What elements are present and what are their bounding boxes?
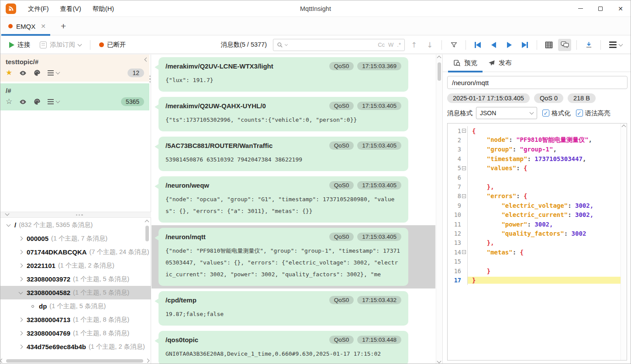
message-bubble[interactable]: /cpd/temp QoS0 17:15:03.432 19.87;false;…: [159, 291, 408, 326]
favorite-star-icon[interactable]: ★: [6, 69, 12, 76]
tree-vertical-scrollbar[interactable]: [144, 220, 150, 350]
code-line[interactable]: 2 "node": "PF9810智能电量测量仪",: [448, 135, 627, 144]
tree-row[interactable]: dp (1 个主题, 5 条消息): [0, 299, 151, 313]
subscription-menu-icon[interactable]: [48, 99, 59, 104]
code-line[interactable]: 3 "group": "group-1",: [448, 145, 627, 154]
format-select[interactable]: JSON: [476, 107, 537, 119]
tree-row[interactable]: 323080003972 (1 个主题, 5 条消息): [0, 272, 151, 286]
tree-expander-icon[interactable]: [17, 251, 24, 254]
code-line[interactable]: 7 },: [448, 182, 627, 191]
option-checkbox[interactable]: ✓ 语法高亮: [576, 109, 610, 117]
code-line[interactable]: 11 "power": 3002,: [448, 220, 627, 229]
code-line[interactable]: 13 },: [448, 238, 627, 247]
message-bubble[interactable]: /neuron/weqw QoS0 17:15:03.405 {"node": …: [159, 176, 408, 223]
subscription-menu-icon[interactable]: [48, 70, 59, 76]
subscription-item[interactable]: /# ☆ 5365: [0, 83, 149, 110]
tree-expander-icon[interactable]: [17, 264, 24, 267]
code-line[interactable]: 5 "values": {: [448, 164, 627, 173]
message-bubble[interactable]: /merakimv/Q2UV-LCNE-WTX3/light QoS0 17:1…: [159, 57, 408, 92]
connect-button[interactable]: 连接: [6, 39, 34, 51]
message-row[interactable]: /5AC73BC881/ROUTER/WanTraffic QoS0 17:15…: [152, 134, 435, 174]
vertical-splitter-handle[interactable]: [149, 76, 151, 82]
scrollbar-thumb[interactable]: [145, 226, 149, 241]
first-message-button[interactable]: [471, 39, 484, 51]
fold-marker-icon[interactable]: [462, 166, 466, 170]
visibility-eye-icon[interactable]: [19, 70, 27, 76]
visibility-eye-icon[interactable]: [19, 99, 27, 105]
message-bubble[interactable]: /merakimv/Q2UW-QAHX-UYHL/0 QoS0 17:15:03…: [159, 97, 408, 131]
tree-expander-icon[interactable]: [17, 278, 24, 281]
table-view-button[interactable]: [542, 39, 555, 51]
match-case-toggle[interactable]: Cc: [378, 41, 385, 48]
code-line[interactable]: 16 }: [448, 266, 627, 275]
message-row[interactable]: /merakimv/Q2UV-LCNE-WTX3/light QoS0 17:1…: [152, 55, 435, 94]
scroll-left-icon[interactable]: [0, 359, 4, 363]
search-input[interactable]: [290, 41, 376, 48]
tree-expander-icon[interactable]: [17, 318, 24, 321]
message-row[interactable]: /merakimv/Q2UW-QAHX-UYHL/0 QoS0 17:15:03…: [152, 94, 435, 134]
fold-marker-icon[interactable]: [462, 129, 466, 133]
scrollbar-thumb[interactable]: [438, 62, 441, 81]
chat-view-button[interactable]: [558, 39, 571, 51]
scroll-up-icon[interactable]: [437, 56, 441, 60]
close-button[interactable]: ✕: [610, 0, 631, 17]
message-row[interactable]: /neuron/mqtt QoS0 17:15:03.405 {"node": …: [152, 225, 435, 288]
tree-row[interactable]: 434d75e69ec84b4b (1 个主题, 2 条消息): [0, 340, 151, 354]
horizontal-splitter[interactable]: [0, 212, 151, 218]
code-line[interactable]: 8 "errors": {: [448, 192, 627, 201]
menu-help[interactable]: 帮助(H): [87, 0, 120, 17]
maximize-button[interactable]: [590, 0, 610, 17]
option-checkbox[interactable]: ✓ 格式化: [542, 109, 571, 117]
scrollbar-thumb[interactable]: [6, 359, 143, 363]
color-palette-icon[interactable]: [34, 69, 41, 76]
fold-marker-icon[interactable]: [462, 194, 466, 198]
new-tab-button[interactable]: +: [55, 21, 72, 31]
splitter-collapse-icon[interactable]: [5, 212, 10, 216]
previous-message-button[interactable]: [487, 39, 500, 51]
tree-expander-icon[interactable]: [29, 305, 36, 308]
filter-button[interactable]: [447, 39, 460, 51]
tab-publish[interactable]: 发布: [483, 55, 517, 72]
menu-file[interactable]: 文件(F): [22, 0, 55, 17]
tab-close-icon[interactable]: ✕: [41, 23, 46, 30]
tree-expander-icon[interactable]: [17, 292, 24, 294]
subscription-item[interactable]: testtopic/# ★ 12: [0, 55, 149, 82]
tree-row[interactable]: / (832 个主题, 5365 条消息): [0, 218, 151, 232]
tree-row[interactable]: 323080004582 (1 个主题, 5 条消息): [0, 286, 151, 299]
scroll-right-icon[interactable]: [145, 359, 150, 363]
code-line[interactable]: 9 "electric_voltage": 3002,: [448, 201, 627, 210]
favorite-star-icon[interactable]: ☆: [6, 98, 12, 105]
tab-emqx[interactable]: EMQX ✕: [0, 17, 52, 35]
whole-word-toggle[interactable]: W: [388, 41, 393, 48]
search-options-chevron-icon[interactable]: [285, 43, 288, 46]
message-list-scrollbar[interactable]: [436, 55, 442, 364]
code-line[interactable]: 12 "quality_factors": 3002: [448, 229, 627, 238]
code-line[interactable]: 15: [448, 257, 627, 266]
tree-row[interactable]: 000005 (1 个主题, 7 条消息): [0, 232, 151, 245]
next-message-button[interactable]: [503, 39, 516, 51]
scroll-down-icon[interactable]: [437, 359, 441, 364]
code-line[interactable]: 10 "electric_current": 3002,: [448, 210, 627, 220]
message-row[interactable]: /qos0topic QoS0 17:15:03.448 GNI0TA0A3B3…: [152, 328, 435, 364]
minimize-button[interactable]: [570, 0, 590, 17]
scroll-up-icon[interactable]: [622, 125, 626, 129]
fold-marker-icon[interactable]: [462, 250, 466, 254]
tree-expander-icon[interactable]: [17, 237, 24, 240]
payload-code-viewer[interactable]: 1 { 2 "node": "PF9810智能电量测量仪", 3 "group"…: [447, 123, 627, 361]
code-line[interactable]: 4 "timestamp": 1737105303447,: [448, 154, 627, 163]
tree-horizontal-scrollbar[interactable]: [0, 358, 149, 364]
menu-view[interactable]: 查看(V): [55, 0, 87, 17]
find-next-button[interactable]: ↓: [423, 39, 436, 51]
tree-expander-icon[interactable]: [5, 224, 12, 226]
find-previous-button[interactable]: ↑: [407, 39, 421, 51]
code-scrollbar[interactable]: [621, 124, 627, 360]
code-line[interactable]: 6: [448, 173, 627, 182]
tree-row[interactable]: 323080004713 (1 个主题, 8 条消息): [0, 313, 151, 326]
tree-expander-icon[interactable]: [17, 332, 24, 335]
regex-toggle[interactable]: .*: [397, 41, 401, 48]
tree-row[interactable]: 20221101 (1 个主题, 2 条消息): [0, 259, 151, 272]
tree-expander-icon[interactable]: [17, 345, 24, 348]
color-palette-icon[interactable]: [34, 98, 41, 105]
message-bubble[interactable]: /5AC73BC881/ROUTER/WanTraffic QoS0 17:15…: [159, 137, 408, 171]
preview-topic-field[interactable]: [447, 76, 628, 89]
